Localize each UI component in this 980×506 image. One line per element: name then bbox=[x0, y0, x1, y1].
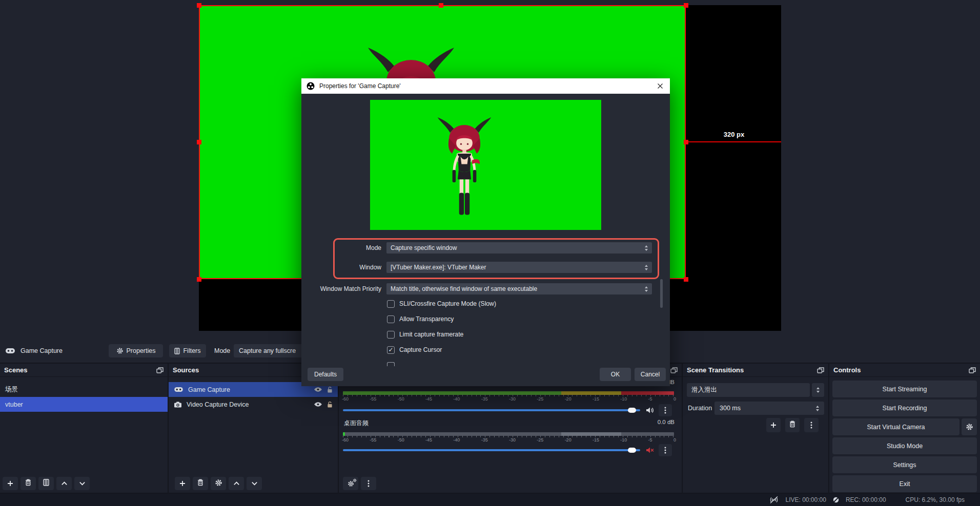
mute-icon[interactable] bbox=[645, 447, 655, 454]
ok-button[interactable]: OK bbox=[600, 368, 631, 381]
advanced-audio-button[interactable] bbox=[343, 477, 358, 490]
scenes-title: Scenes bbox=[4, 366, 28, 374]
lock-icon[interactable] bbox=[327, 386, 333, 393]
capture-cursor-checkbox-row[interactable]: ✓ Capture Cursor bbox=[387, 345, 442, 355]
source-item[interactable]: Video Capture Device bbox=[169, 397, 338, 412]
move-source-down-button[interactable] bbox=[247, 477, 262, 490]
capture-mode-label: Mode bbox=[214, 347, 230, 354]
cpu-fps-stats: CPU: 6.2%, 30.00 fps bbox=[906, 496, 965, 503]
resize-handle-bottom-left[interactable] bbox=[197, 277, 201, 282]
resize-handle-bottom-right[interactable] bbox=[684, 277, 688, 282]
scene-filters-button[interactable] bbox=[38, 477, 54, 490]
volume-meter bbox=[343, 391, 674, 395]
mode-select[interactable]: Capture specific window bbox=[386, 242, 652, 254]
trash-icon bbox=[25, 479, 31, 488]
record-inactive-icon bbox=[832, 496, 840, 503]
checkbox[interactable] bbox=[387, 315, 395, 323]
selected-source-name: Game Capture bbox=[21, 347, 63, 354]
add-scene-button[interactable] bbox=[3, 477, 18, 490]
scene-item-selected[interactable]: vtuber bbox=[0, 397, 168, 412]
add-transition-button[interactable] bbox=[766, 418, 781, 432]
scene-transitions-panel: Scene Transitions 滑入滑出 Duration 300 ms bbox=[683, 364, 828, 493]
resize-handle-top-center[interactable] bbox=[439, 3, 443, 8]
window-label: Window bbox=[304, 264, 381, 271]
start-virtual-camera-button[interactable]: Start Virtual Camera bbox=[832, 418, 959, 435]
duration-label: Duration bbox=[688, 402, 712, 415]
studio-mode-button[interactable]: Studio Mode bbox=[832, 437, 977, 454]
speaker-icon[interactable] bbox=[645, 407, 655, 414]
status-bar: LIVE: 00:00:00 REC: 00:00:00 CPU: 6.2%, … bbox=[0, 494, 980, 506]
window-match-priority-select[interactable]: Match title, otherwise find window of sa… bbox=[386, 283, 652, 294]
live-time: LIVE: 00:00:00 bbox=[785, 496, 826, 503]
remove-source-button[interactable] bbox=[193, 477, 208, 490]
volume-slider-handle[interactable] bbox=[628, 448, 636, 453]
window-select[interactable]: [VTuber Maker.exe]: VTuber Maker bbox=[386, 262, 652, 273]
double-gear-icon bbox=[348, 480, 354, 487]
move-source-up-button[interactable] bbox=[229, 477, 244, 490]
visibility-eye-button[interactable] bbox=[314, 387, 322, 392]
defaults-button[interactable]: Defaults bbox=[308, 368, 343, 381]
move-scene-down-button[interactable] bbox=[74, 477, 90, 490]
resize-handle-top-left[interactable] bbox=[197, 3, 201, 8]
remove-transition-button[interactable] bbox=[785, 418, 800, 432]
allow-transparency-checkbox-row[interactable]: Allow Transparency bbox=[387, 314, 454, 324]
checkbox-checked[interactable]: ✓ bbox=[387, 346, 395, 354]
scene-item[interactable]: 场景 bbox=[0, 382, 168, 397]
exit-button[interactable]: Exit bbox=[832, 475, 977, 492]
transitions-title: Scene Transitions bbox=[687, 366, 744, 374]
clipped-checkbox bbox=[387, 362, 395, 366]
cancel-button[interactable]: Cancel bbox=[635, 368, 666, 381]
meter-tick-labels: -60-55-50-45-40-35-30-25-20-15-10-50 bbox=[342, 396, 676, 403]
trash-icon bbox=[789, 420, 795, 430]
move-scene-up-button[interactable] bbox=[56, 477, 72, 490]
rec-time: REC: 00:00:00 bbox=[846, 496, 886, 503]
settings-button[interactable]: Settings bbox=[832, 456, 977, 473]
volume-slider[interactable] bbox=[343, 409, 640, 411]
properties-button[interactable]: Properties bbox=[109, 344, 163, 357]
mixer-db-value: 0.0 dB bbox=[658, 419, 675, 425]
volume-slider[interactable] bbox=[343, 449, 640, 451]
popout-icon[interactable] bbox=[156, 367, 164, 373]
controls-panel: Controls Start Streaming Start Recording… bbox=[829, 364, 980, 493]
filters-button[interactable]: Filters bbox=[169, 344, 206, 357]
virtual-camera-settings-button[interactable] bbox=[962, 418, 977, 435]
lock-icon[interactable] bbox=[327, 401, 333, 408]
visibility-eye-button[interactable] bbox=[314, 402, 322, 407]
vtuber-character bbox=[436, 116, 493, 226]
popout-icon[interactable] bbox=[969, 367, 976, 373]
source-properties-button[interactable] bbox=[211, 477, 226, 490]
dialog-title-bar[interactable]: Properties for 'Game Capture' bbox=[301, 78, 670, 94]
volume-meter bbox=[343, 432, 674, 436]
popout-icon[interactable] bbox=[670, 367, 678, 373]
mode-label: Mode bbox=[304, 244, 381, 251]
checkbox[interactable] bbox=[387, 300, 395, 308]
popout-icon[interactable] bbox=[817, 367, 824, 373]
mixer-options-button[interactable] bbox=[659, 444, 672, 456]
controls-title: Controls bbox=[833, 366, 861, 374]
gamepad-icon bbox=[174, 387, 183, 392]
start-streaming-button[interactable]: Start Streaming bbox=[832, 381, 977, 397]
mixer-options-button[interactable] bbox=[659, 404, 672, 416]
duration-spinner[interactable]: 300 ms bbox=[714, 402, 824, 415]
resize-handle-mid-right[interactable] bbox=[684, 140, 688, 144]
add-source-button[interactable] bbox=[175, 477, 190, 490]
transition-properties-button[interactable] bbox=[804, 418, 819, 432]
limit-framerate-checkbox-row[interactable]: Limit capture framerate bbox=[387, 329, 463, 340]
capture-mode-dropdown[interactable]: Capture any fullscre bbox=[234, 344, 302, 357]
gear-icon bbox=[215, 479, 222, 489]
start-recording-button[interactable]: Start Recording bbox=[832, 399, 977, 416]
transition-select-spinner[interactable] bbox=[812, 383, 824, 397]
gear-icon bbox=[116, 347, 124, 354]
sli-crossfire-checkbox-row[interactable]: SLI/Crossfire Capture Mode (Slow) bbox=[387, 299, 496, 309]
resize-handle-top-right[interactable] bbox=[684, 3, 688, 8]
resize-handle-mid-left[interactable] bbox=[197, 140, 201, 144]
filter-icon bbox=[174, 348, 180, 354]
mixer-menu-button[interactable] bbox=[361, 477, 376, 490]
dialog-preview bbox=[370, 100, 601, 230]
volume-slider-handle[interactable] bbox=[628, 408, 636, 413]
remove-scene-button[interactable] bbox=[21, 477, 36, 490]
dialog-scrollbar[interactable] bbox=[660, 279, 663, 308]
transition-select[interactable]: 滑入滑出 bbox=[687, 383, 810, 397]
checkbox[interactable] bbox=[387, 331, 395, 339]
close-icon[interactable] bbox=[656, 81, 665, 91]
